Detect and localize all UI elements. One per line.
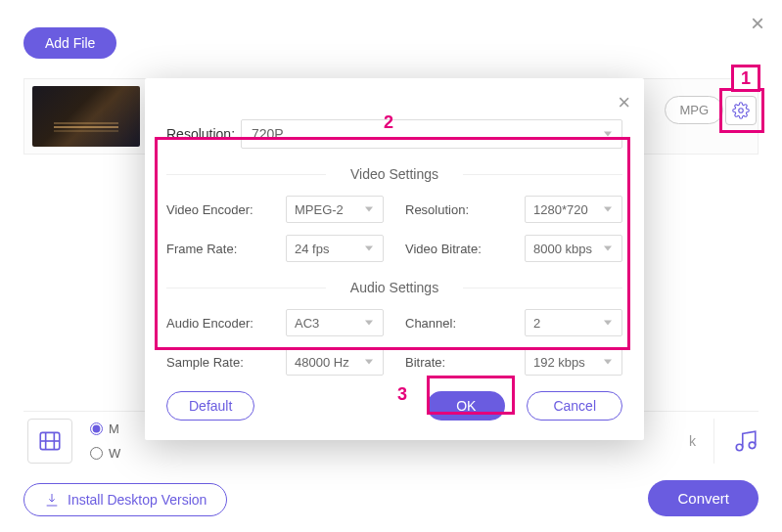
frame-rate-select[interactable]: 24 fps [286,235,384,262]
sample-rate-label: Sample Rate: [166,355,264,370]
audio-encoder-label: Audio Encoder: [166,316,264,331]
video-encoder-select[interactable]: MPEG-2 [286,196,384,223]
resolution-label: Resolution: [166,126,241,142]
chevron-down-icon [604,246,612,251]
modal-close-icon[interactable]: × [618,90,630,115]
callout-2-badge: 2 [378,111,399,133]
ok-button[interactable]: OK [427,391,505,421]
audio-settings-heading: Audio Settings [166,276,622,299]
cancel-button[interactable]: Cancel [527,391,622,421]
chevron-down-icon [365,207,373,212]
audio-bitrate-label: Bitrate: [405,355,503,370]
format-button[interactable]: MPG [665,96,723,124]
video-settings-heading: Video Settings [166,162,622,186]
truncated-text: k [689,433,696,449]
frame-rate-label: Frame Rate: [166,242,264,256]
video-resolution-label: Resolution: [405,202,503,217]
callout-3-badge: 3 [391,383,413,405]
audio-format-icon-box[interactable] [713,419,759,464]
chevron-down-icon [604,132,612,137]
video-resolution-select[interactable]: 1280*720 [525,196,622,223]
chevron-down-icon [604,321,612,326]
download-icon [44,492,60,508]
sample-rate-select[interactable]: 48000 Hz [286,348,384,376]
channel-select[interactable]: 2 [525,309,622,336]
video-format-icon-box[interactable] [27,419,72,464]
chevron-down-icon [365,246,373,251]
svg-point-5 [736,444,743,451]
video-thumbnail[interactable] [32,86,140,147]
format-radio-1[interactable]: M [90,421,120,436]
audio-bitrate-select[interactable]: 192 kbps [525,348,622,376]
svg-point-6 [749,442,756,449]
install-desktop-button[interactable]: Install Desktop Version [23,483,227,516]
resolution-select[interactable]: 720P [241,119,622,149]
convert-button[interactable]: Convert [648,480,759,516]
main-close-icon[interactable]: × [751,10,764,37]
chevron-down-icon [365,360,373,365]
chevron-down-icon [365,321,373,326]
default-button[interactable]: Default [166,391,254,421]
add-file-button[interactable]: Add File [23,27,116,59]
chevron-down-icon [604,207,612,212]
resolution-value: 720P [252,126,284,142]
callout-1-badge: 1 [731,65,760,92]
music-icon [733,428,759,454]
format-radio-2[interactable]: W [90,446,120,461]
callout-1-highlight [719,88,764,133]
channel-label: Channel: [405,316,503,331]
audio-encoder-select[interactable]: AC3 [286,309,384,336]
video-bitrate-label: Video Bitrate: [405,242,503,256]
film-icon [37,428,63,454]
chevron-down-icon [604,360,612,365]
video-encoder-label: Video Encoder: [166,202,264,217]
video-bitrate-select[interactable]: 8000 kbps [525,235,622,262]
